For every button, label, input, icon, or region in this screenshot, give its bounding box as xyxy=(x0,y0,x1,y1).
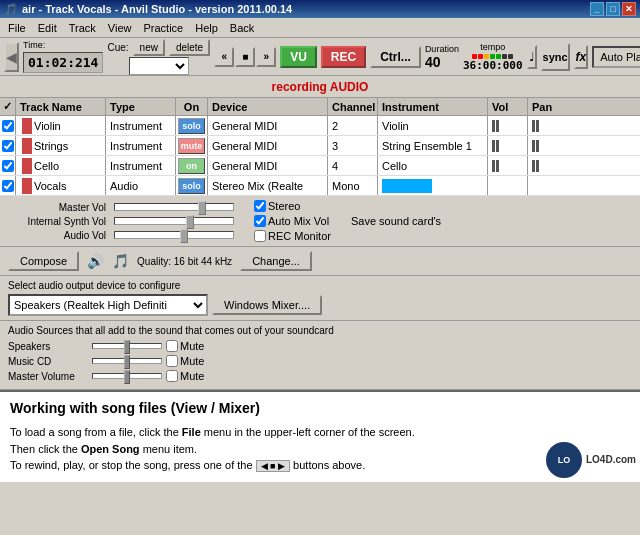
rec-monitor-checkbox-label[interactable]: REC Monitor xyxy=(254,230,331,242)
audio-vol-row: Audio Vol xyxy=(6,230,234,241)
compose-section: Compose 🔊 🎵 Quality: 16 bit 44 kHz Chang… xyxy=(0,247,640,276)
row-check[interactable] xyxy=(0,136,16,155)
header-vol: Vol xyxy=(488,98,528,115)
menu-track[interactable]: Track xyxy=(63,20,102,36)
audio-level-bar xyxy=(382,179,432,193)
metronome-button[interactable]: ♩ xyxy=(527,45,537,69)
source-row-master: Master Volume Mute xyxy=(8,370,632,382)
master-vol-thumb[interactable] xyxy=(198,201,206,215)
change-button[interactable]: Change... xyxy=(240,251,312,271)
source-row-musiccd: Music CD Mute xyxy=(8,355,632,367)
table-row: Strings Instrument mute General MIDI 3 S… xyxy=(0,136,640,156)
play-button[interactable]: » xyxy=(256,47,276,67)
master-mute-checkbox[interactable] xyxy=(166,370,178,382)
toolbar: ◀ Time: 01:02:214 Cue: new delete « ■ » … xyxy=(0,38,640,76)
rewind-button[interactable]: « xyxy=(214,47,234,67)
track-on-cello[interactable]: on xyxy=(176,156,208,175)
musiccd-mute-label[interactable]: Mute xyxy=(166,355,204,367)
header-instrument: Instrument xyxy=(378,98,488,115)
master-mute-label[interactable]: Mute xyxy=(166,370,204,382)
stereo-checkbox-label[interactable]: Stereo xyxy=(254,200,331,212)
compose-button[interactable]: Compose xyxy=(8,251,79,271)
track-on-vocals[interactable]: solo xyxy=(176,176,208,195)
track-instrument-violin: Violin xyxy=(378,116,488,135)
musiccd-mute-checkbox[interactable] xyxy=(166,355,178,367)
tracks-container: ✓ Track Name Type On Device Channel Inst… xyxy=(0,98,640,196)
master-slider[interactable] xyxy=(92,373,162,379)
musiccd-thumb[interactable] xyxy=(124,355,130,369)
track-device-strings: General MIDI xyxy=(208,136,328,155)
watermark-logo: LO xyxy=(546,442,582,478)
on-button-cello[interactable]: on xyxy=(178,158,205,174)
auto-mix-checkbox[interactable] xyxy=(254,215,266,227)
menu-back[interactable]: Back xyxy=(224,20,260,36)
fx-button[interactable]: fx xyxy=(574,45,589,69)
menu-practice[interactable]: Practice xyxy=(137,20,189,36)
solo-button-violin[interactable]: solo xyxy=(178,118,205,134)
menu-file[interactable]: File xyxy=(2,20,32,36)
autoplay-select[interactable]: Auto Play xyxy=(592,46,640,68)
stereo-checkbox[interactable] xyxy=(254,200,266,212)
duration-label: Duration xyxy=(425,44,459,54)
track-on-violin[interactable]: solo xyxy=(176,116,208,135)
cue-dropdown[interactable] xyxy=(129,57,189,75)
vu-button[interactable]: VU xyxy=(280,46,317,68)
audio-vol-slider[interactable] xyxy=(114,231,234,239)
minimize-button[interactable]: _ xyxy=(590,2,604,16)
duration-tempo: 40 xyxy=(425,54,459,70)
help-line-1: To load a song from a file, click the Fi… xyxy=(10,424,630,441)
menu-view[interactable]: View xyxy=(102,20,138,36)
rec-monitor-checkbox[interactable] xyxy=(254,230,266,242)
audio-sources-section: Audio Sources that all add to the sound … xyxy=(0,321,640,390)
speakers-slider[interactable] xyxy=(92,343,162,349)
mixer-row-1: Master Vol Internal Synth Vol Audio Vol xyxy=(6,200,634,242)
track-color-strings xyxy=(22,138,32,154)
device-row: Speakers (Realtek High Definiti Windows … xyxy=(8,294,632,316)
windows-mixer-button[interactable]: Windows Mixer.... xyxy=(212,295,322,315)
track-device-violin: General MIDI xyxy=(208,116,328,135)
help-title: Working with song files (View / Mixer) xyxy=(10,400,630,416)
cue-new-button[interactable]: new xyxy=(133,39,165,56)
auto-mix-checkbox-label[interactable]: Auto Mix Vol xyxy=(254,215,331,227)
title-bar-controls[interactable]: _ □ ✕ xyxy=(590,2,636,16)
stop-button[interactable]: ■ xyxy=(235,47,255,67)
close-button[interactable]: ✕ xyxy=(622,2,636,16)
rec-button[interactable]: REC xyxy=(321,46,366,68)
solo-button-vocals[interactable]: solo xyxy=(178,178,205,194)
master-thumb[interactable] xyxy=(124,370,130,384)
maximize-button[interactable]: □ xyxy=(606,2,620,16)
nav-prev-button[interactable]: ◀ xyxy=(4,42,19,72)
internal-synth-slider[interactable] xyxy=(114,217,234,225)
track-name-strings: Strings xyxy=(16,136,106,155)
header-on: On xyxy=(176,98,208,115)
menu-bar: File Edit Track View Practice Help Back xyxy=(0,18,640,38)
header-channel: Channel xyxy=(328,98,378,115)
mute-button-strings[interactable]: mute xyxy=(178,138,205,154)
device-select[interactable]: Speakers (Realtek High Definiti xyxy=(8,294,208,316)
help-text: To load a song from a file, click the Fi… xyxy=(10,424,630,474)
track-vol-violin xyxy=(488,116,528,135)
speakers-thumb[interactable] xyxy=(124,340,130,354)
track-type-violin: Instrument xyxy=(106,116,176,135)
internal-synth-thumb[interactable] xyxy=(186,215,194,229)
menu-edit[interactable]: Edit xyxy=(32,20,63,36)
row-check[interactable] xyxy=(0,156,16,175)
track-instrument-vocals xyxy=(378,176,488,195)
menu-help[interactable]: Help xyxy=(189,20,224,36)
track-on-strings[interactable]: mute xyxy=(176,136,208,155)
speakers-mute-label[interactable]: Mute xyxy=(166,340,204,352)
row-check[interactable] xyxy=(0,176,16,195)
master-vol-row: Master Vol xyxy=(6,202,234,213)
time-label: Time: xyxy=(23,40,103,50)
track-type-cello: Instrument xyxy=(106,156,176,175)
master-vol-slider[interactable] xyxy=(114,203,234,211)
title-bar-title: 🎵 air - Track Vocals - Anvil Studio - ve… xyxy=(4,3,292,16)
audio-vol-thumb[interactable] xyxy=(180,229,188,243)
sync-button[interactable]: sync xyxy=(541,43,570,71)
speakers-mute-checkbox[interactable] xyxy=(166,340,178,352)
row-check[interactable] xyxy=(0,116,16,135)
musiccd-slider[interactable] xyxy=(92,358,162,364)
ctrl-button[interactable]: Ctrl... xyxy=(370,46,421,68)
cue-delete-button[interactable]: delete xyxy=(169,39,210,56)
tracks-header: ✓ Track Name Type On Device Channel Inst… xyxy=(0,98,640,116)
